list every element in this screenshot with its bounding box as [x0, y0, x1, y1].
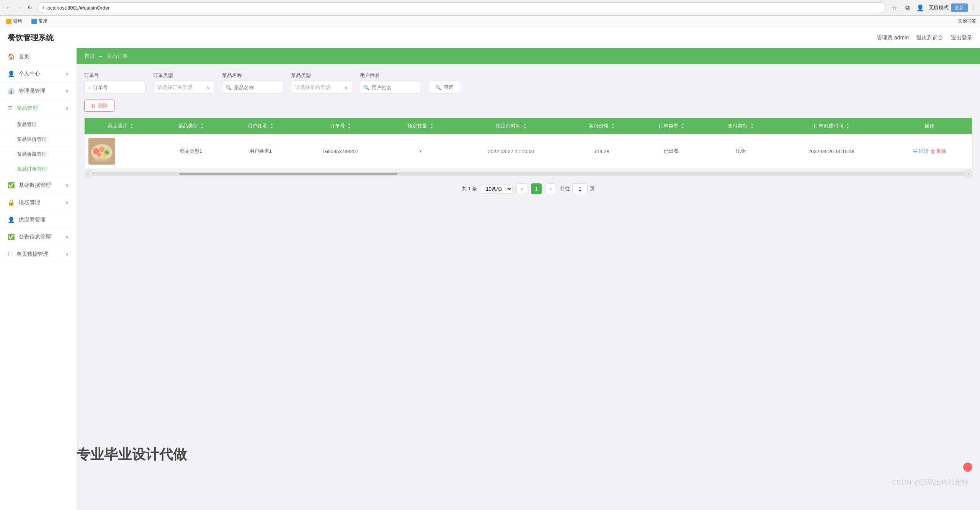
- svg-point-5: [97, 153, 101, 157]
- table-scrollbar[interactable]: [92, 172, 965, 176]
- star-button[interactable]: ☆: [889, 2, 900, 13]
- order-no-value: 1650953748207: [322, 149, 358, 154]
- app-title: 餐饮管理系统: [8, 33, 54, 43]
- page-jump: 前往 页: [560, 183, 595, 194]
- sidebar-sub-item-dish-review[interactable]: 菜品评价管理: [0, 132, 77, 147]
- back-button[interactable]: ←: [4, 3, 13, 12]
- forward-button[interactable]: →: [15, 3, 24, 12]
- table-header-row: 菜品照片 ▲▼ 菜品类型 ▲▼ 用户姓名 ▲▼: [85, 118, 972, 134]
- profile-button[interactable]: 👤: [915, 2, 926, 13]
- page-size-select[interactable]: 10条/页 20条/页 50条/页: [481, 184, 513, 194]
- sidebar-item-basic-data[interactable]: ✅ 基础数据管理 ∨: [0, 177, 77, 194]
- detail-icon: ☰: [913, 149, 918, 154]
- sort-arrows-price: ▲▼: [612, 123, 615, 130]
- query-button[interactable]: 🔍 查询: [429, 81, 460, 94]
- cell-order-type: 已出餐: [637, 134, 706, 169]
- sidebar-item-profile[interactable]: 👤 个人中心 ∨: [0, 65, 77, 83]
- content-area: 订单号 ○ 订单类型 请选择订单类型 ∨ 菜品名称 🔍: [77, 64, 980, 208]
- dish-type-arrow: ∨: [344, 85, 348, 90]
- sort-arrows-order-type: ▲▼: [681, 123, 684, 130]
- row-delete-icon: 🗑: [930, 149, 935, 154]
- user-name-input[interactable]: [372, 85, 418, 90]
- page-1-button[interactable]: 1: [531, 183, 542, 194]
- chevron-down-icon-forum: ∨: [65, 200, 69, 205]
- chevron-down-icon-page: ∨: [65, 252, 69, 257]
- browser-chrome: ← → ↻ ℹ localhost:8081/#/caipinOrder ☆ ⧉…: [0, 0, 980, 27]
- sidebar-item-supplier[interactable]: 👤 供应商管理: [0, 211, 77, 229]
- address-bar[interactable]: ℹ localhost:8081/#/caipinOrder: [38, 2, 886, 13]
- col-header-payment-type: 支付类型 ▲▼: [706, 118, 776, 134]
- cell-order-no: 1650953748207: [295, 134, 386, 169]
- window-button[interactable]: ⧉: [902, 2, 913, 13]
- sidebar-item-dishes[interactable]: ☰ 菜品管理 ∧: [0, 100, 77, 117]
- query-label: 查询: [444, 84, 454, 91]
- table-scrollbar-row: ‹ ›: [84, 170, 972, 178]
- sort-arrows-payment-type: ▲▼: [751, 123, 754, 130]
- delete-button[interactable]: 🗑 删除: [84, 100, 114, 112]
- search-field-user-name: 用户姓名 🔍: [360, 72, 421, 94]
- search-field-dish-name: 菜品名称 🔍: [222, 72, 283, 94]
- refresh-button[interactable]: ↻: [25, 3, 34, 12]
- main-content: 首页 → 菜品订单 订单号 ○ 订单类型 请选择订单类型 ∨: [77, 48, 980, 510]
- action-row: 🗑 删除: [84, 100, 972, 112]
- sidebar-item-announcement[interactable]: ✅ 公告信息管理 ∨: [0, 229, 77, 246]
- order-no-input[interactable]: [93, 85, 142, 90]
- browser-extra: 无痕模式 更新 ⋮: [929, 3, 976, 12]
- sidebar-sub-item-dish-order[interactable]: 菜品订单管理: [0, 162, 77, 177]
- search-label-dish-type: 菜品类型: [291, 72, 352, 79]
- user-name-input-wrapper: 🔍: [360, 81, 421, 94]
- dish-type-select[interactable]: 请选择菜品类型 ∨: [291, 81, 352, 94]
- col-header-order-type: 订单类型 ▲▼: [637, 118, 706, 134]
- search-label-user-name: 用户姓名: [360, 72, 421, 79]
- order-type-select[interactable]: 请选择订单类型 ∨: [153, 81, 214, 94]
- sidebar-sub-item-dish-collection[interactable]: 菜品收藏管理: [0, 147, 77, 162]
- breadcrumb-home[interactable]: 首页: [84, 53, 95, 60]
- scroll-right-button[interactable]: ›: [965, 170, 972, 178]
- sidebar-item-home-label: 首页: [19, 53, 29, 60]
- sidebar-item-admin[interactable]: 👔 管理员管理 ∨: [0, 83, 77, 100]
- sidebar-item-page-data[interactable]: ☐ 单页数据管理 ∨: [0, 246, 77, 263]
- sidebar-sub-item-dish-manage[interactable]: 菜品管理: [0, 117, 77, 132]
- cell-quantity: 7: [385, 134, 455, 169]
- sidebar-item-forum[interactable]: 🔒 论坛管理 ∨: [0, 194, 77, 211]
- row-delete-button[interactable]: 🗑 删除: [930, 148, 946, 155]
- detail-button[interactable]: ☰ 详情: [913, 148, 929, 155]
- other-bookmarks[interactable]: 其他书签: [958, 18, 976, 25]
- browser-menu-button[interactable]: ⋮: [970, 4, 976, 11]
- frontend-link[interactable]: 退出到前台: [916, 34, 943, 41]
- page-jump-input[interactable]: [572, 183, 588, 194]
- prev-page-button[interactable]: ‹: [516, 183, 527, 194]
- top-nav-actions: 管理员 admin 退出到前台 退出登录: [877, 34, 972, 41]
- row-delete-label: 删除: [936, 148, 946, 155]
- bookmarks-bar: 资料 常用 其他书签: [0, 16, 980, 27]
- col-header-photo: 菜品照片 ▲▼: [85, 118, 156, 134]
- address-text: localhost:8081/#/caipinOrder: [46, 5, 110, 11]
- forum-icon: 🔒: [8, 199, 15, 206]
- update-button[interactable]: 更新: [951, 3, 968, 12]
- sidebar-item-profile-label: 个人中心: [19, 70, 40, 77]
- order-type-value: 已出餐: [664, 148, 679, 154]
- col-header-dish-type: 菜品类型 ▲▼: [156, 118, 226, 134]
- logout-link[interactable]: 退出登录: [951, 34, 972, 41]
- scroll-left-button[interactable]: ‹: [84, 170, 92, 178]
- dishes-icon: ☰: [8, 105, 13, 112]
- pagination-row: 共 1 条 10条/页 20条/页 50条/页 ‹ 1 › 前往 页: [84, 178, 972, 200]
- next-page-button[interactable]: ›: [546, 183, 556, 194]
- bookmark-item-resource[interactable]: 资料: [4, 17, 24, 25]
- search-field-order-type: 订单类型 请选择订单类型 ∨: [153, 72, 214, 94]
- delete-icon: 🗑: [91, 103, 96, 109]
- search-icon-dish: 🔍: [225, 85, 232, 90]
- bookmark-item-common[interactable]: 常用: [29, 17, 50, 25]
- bookmark-icon-resource: [6, 19, 11, 24]
- table-row: 菜品类型1 用户姓名1 1650953748207 7: [85, 134, 972, 169]
- dish-name-input[interactable]: [234, 85, 280, 90]
- sort-arrows-order-no: ▲▼: [348, 123, 351, 130]
- order-type-placeholder: 请选择订单类型: [157, 84, 192, 91]
- svg-point-6: [103, 154, 106, 157]
- chevron-down-icon-basic: ∨: [65, 183, 69, 188]
- bookmark-icon-common: [31, 19, 37, 24]
- page-jump-prefix: 前往: [560, 185, 570, 192]
- col-header-operations: 操作: [887, 118, 972, 134]
- sidebar-item-home[interactable]: 🏠 首页: [0, 48, 77, 65]
- dish-name-input-wrapper: 🔍: [222, 81, 283, 94]
